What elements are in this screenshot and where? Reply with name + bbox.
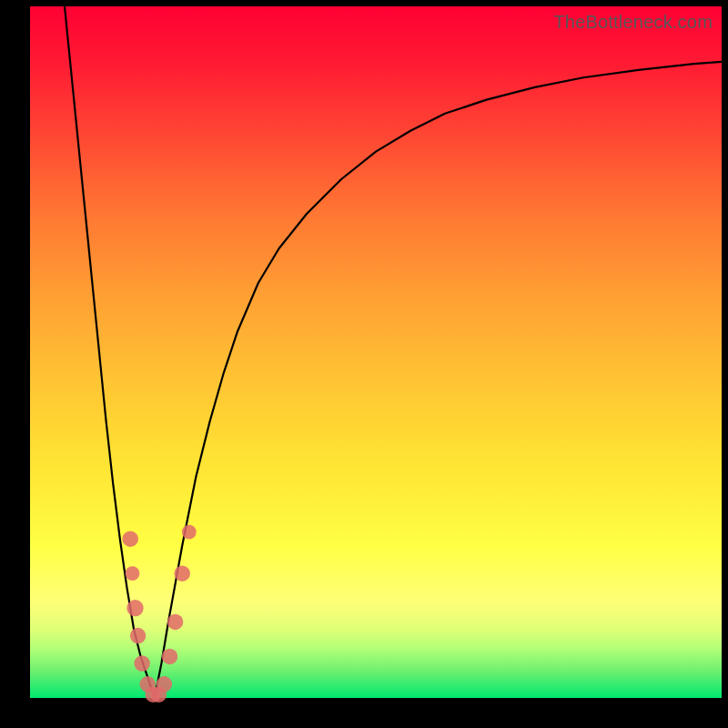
- curve-group: [65, 6, 722, 698]
- highlight-dot: [162, 649, 177, 664]
- chart-plot-area: TheBottleneck.com: [30, 6, 722, 698]
- chart-svg: [30, 6, 722, 698]
- highlight-dot: [126, 566, 140, 581]
- highlight-dot: [122, 531, 137, 546]
- highlight-dot: [134, 655, 149, 671]
- highlight-dot: [174, 565, 189, 581]
- highlight-dot: [130, 628, 146, 643]
- highlight-dot: [126, 600, 143, 616]
- series-right-branch: [155, 62, 722, 698]
- highlight-dot: [157, 676, 172, 692]
- chart-frame: TheBottleneck.com: [0, 0, 728, 728]
- highlight-dot: [167, 614, 183, 630]
- series-left-branch: [65, 6, 155, 698]
- highlight-dot: [182, 525, 197, 540]
